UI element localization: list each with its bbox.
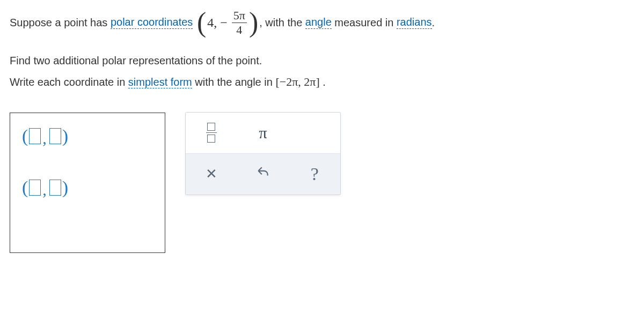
answer-input-2[interactable]: ( , ): [22, 177, 153, 198]
fraction-button[interactable]: [186, 113, 237, 153]
instruction-b-b: with the angle in: [195, 76, 275, 88]
coord-r: 4: [207, 16, 214, 30]
answer-box: ( , ) ( , ): [10, 113, 165, 253]
given-coordinate: ( 4 , − 5π 4 ): [196, 9, 259, 36]
instruction-b-a: Write each coordinate in: [10, 76, 128, 88]
x-icon: ✕: [206, 166, 217, 182]
instruction-b-c: .: [323, 76, 326, 88]
link-angle[interactable]: angle: [305, 16, 332, 29]
text-intro-d: .: [432, 17, 435, 29]
input-slot[interactable]: [49, 128, 61, 144]
text-intro-a: Suppose a point has: [10, 17, 111, 29]
pi-icon: π: [259, 124, 267, 142]
undo-icon: [256, 165, 270, 183]
help-button[interactable]: ?: [289, 154, 340, 195]
toolbox-spacer: [289, 113, 340, 153]
instruction-a: Find two additional polar representation…: [10, 50, 634, 71]
link-radians[interactable]: radians: [397, 16, 432, 29]
frac-denominator: 4: [236, 23, 242, 36]
minus-sign: −: [217, 16, 231, 30]
frac-numerator: 5π: [232, 10, 247, 23]
link-simplest-form[interactable]: simplest form: [128, 76, 192, 88]
math-toolbox: π ✕ ?: [186, 113, 340, 195]
interval-text: [−2π, 2π]: [275, 75, 319, 88]
problem-line-1: Suppose a point has polar coordinates ( …: [10, 9, 634, 36]
question-icon: ?: [311, 164, 319, 184]
pi-button[interactable]: π: [237, 113, 288, 153]
answer-input-1[interactable]: ( , ): [22, 126, 153, 146]
problem-line-2: Find two additional polar representation…: [10, 50, 634, 93]
link-polar-coordinates[interactable]: polar coordinates: [111, 16, 193, 29]
clear-button[interactable]: ✕: [186, 154, 237, 195]
coord-angle-fraction: 5π 4: [231, 10, 248, 36]
text-intro-b: , with the: [259, 17, 305, 29]
undo-button[interactable]: [237, 154, 288, 195]
fraction-icon: [206, 123, 217, 143]
input-slot[interactable]: [29, 128, 41, 144]
text-intro-c: measured in: [332, 17, 397, 29]
input-slot[interactable]: [49, 180, 61, 196]
input-slot[interactable]: [29, 180, 41, 196]
